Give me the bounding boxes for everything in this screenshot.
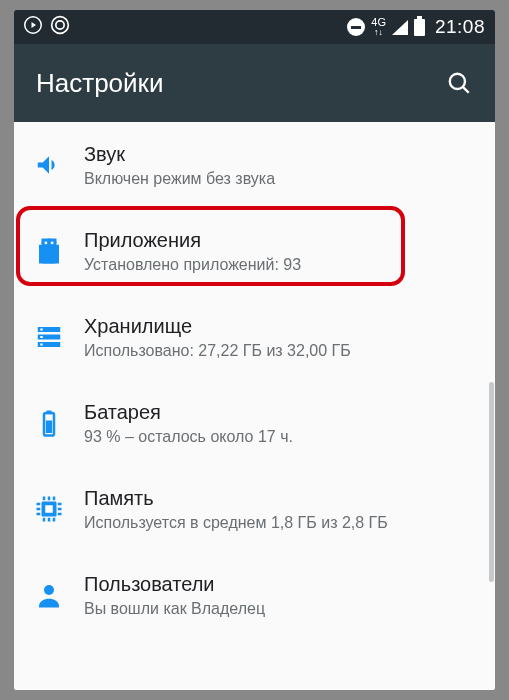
item-title: Звук <box>84 142 479 167</box>
svg-rect-17 <box>47 411 52 415</box>
item-title: Приложения <box>84 228 479 253</box>
storage-icon <box>34 322 84 352</box>
svg-rect-31 <box>58 503 62 506</box>
settings-item-battery[interactable]: Батарея 93 % – осталось около 17 ч. <box>14 380 495 466</box>
svg-rect-20 <box>45 505 53 513</box>
scrollbar[interactable] <box>489 382 494 582</box>
svg-rect-8 <box>45 242 48 245</box>
item-title: Пользователи <box>84 572 479 597</box>
item-subtitle: Используется в среднем 1,8 ГБ из 2,8 ГБ <box>84 514 479 532</box>
svg-rect-14 <box>40 336 43 338</box>
settings-list: Звук Включен режим без звука Приложения … <box>14 122 495 638</box>
svg-rect-7 <box>42 240 57 248</box>
page-title: Настройки <box>36 68 164 99</box>
svg-rect-30 <box>37 513 41 516</box>
svg-rect-23 <box>37 508 41 511</box>
settings-item-storage[interactable]: Хранилище Использовано: 27,22 ГБ из 32,0… <box>14 294 495 380</box>
svg-rect-29 <box>37 503 41 506</box>
memory-icon <box>34 494 84 524</box>
item-subtitle: Включен режим без звука <box>84 170 479 188</box>
svg-point-33 <box>44 585 54 595</box>
dnd-icon <box>347 18 365 36</box>
settings-item-memory[interactable]: Память Используется в среднем 1,8 ГБ из … <box>14 466 495 552</box>
users-icon <box>34 580 84 610</box>
search-icon <box>446 70 472 96</box>
svg-rect-18 <box>46 421 52 434</box>
item-title: Батарея <box>84 400 479 425</box>
item-subtitle: Установлено приложений: 93 <box>84 256 479 274</box>
network-type: 4G ↑↓ <box>371 17 386 37</box>
svg-rect-27 <box>43 518 46 522</box>
svg-rect-28 <box>53 518 56 522</box>
device-frame: 4G ↑↓ 21:08 Настройки Звук Включен режим… <box>14 10 495 690</box>
status-bar: 4G ↑↓ 21:08 <box>14 10 495 44</box>
svg-point-2 <box>52 16 69 33</box>
svg-line-4 <box>463 87 469 93</box>
cast-icon <box>50 15 70 40</box>
app-bar: Настройки <box>14 44 495 122</box>
item-subtitle: Использовано: 27,22 ГБ из 32,00 ГБ <box>84 342 479 360</box>
svg-rect-9 <box>51 242 54 245</box>
battery-settings-icon <box>34 408 84 438</box>
svg-rect-15 <box>40 344 43 346</box>
svg-rect-24 <box>58 508 62 511</box>
svg-point-1 <box>56 20 64 28</box>
settings-item-apps[interactable]: Приложения Установлено приложений: 93 <box>14 208 495 294</box>
item-subtitle: Вы вошли как Владелец <box>84 600 479 618</box>
battery-icon <box>414 19 425 36</box>
svg-point-3 <box>450 74 465 89</box>
signal-icon <box>392 20 408 35</box>
svg-rect-26 <box>53 497 56 501</box>
item-subtitle: 93 % – осталось около 17 ч. <box>84 428 479 446</box>
svg-rect-21 <box>48 497 51 501</box>
play-indicator-icon <box>24 16 42 39</box>
apps-icon <box>34 236 84 266</box>
svg-rect-25 <box>43 497 46 501</box>
svg-rect-32 <box>58 513 62 516</box>
item-title: Хранилище <box>84 314 479 339</box>
settings-item-users[interactable]: Пользователи Вы вошли как Владелец <box>14 552 495 638</box>
svg-rect-22 <box>48 518 51 522</box>
clock: 21:08 <box>435 16 485 38</box>
svg-rect-13 <box>40 329 43 331</box>
settings-item-sound[interactable]: Звук Включен режим без звука <box>14 122 495 208</box>
item-title: Память <box>84 486 479 511</box>
search-button[interactable] <box>445 69 473 97</box>
svg-rect-6 <box>40 246 58 264</box>
sound-icon <box>34 150 84 180</box>
